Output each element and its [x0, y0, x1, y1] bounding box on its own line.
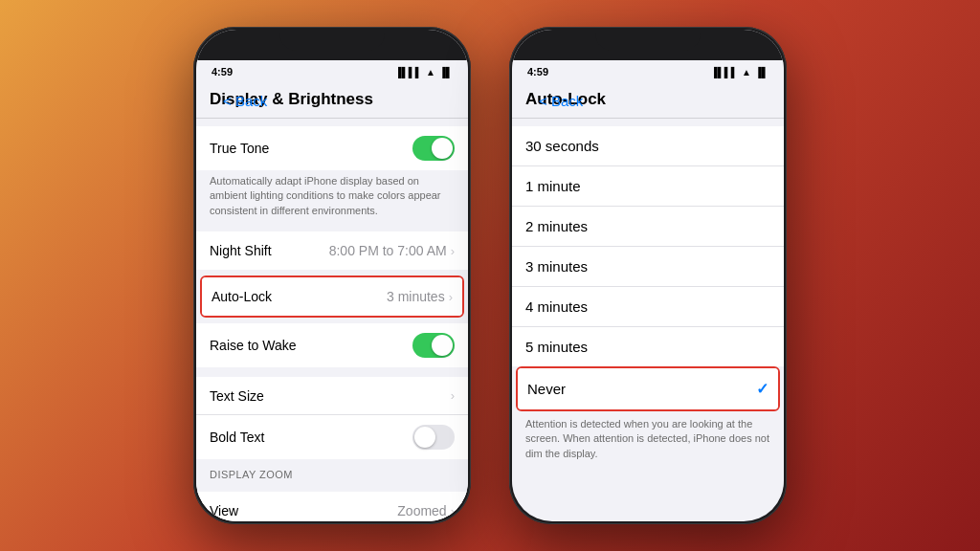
section-raise-wake: Raise to Wake — [196, 323, 468, 367]
autolock-desc: Attention is detected when you are looki… — [512, 411, 784, 469]
raise-wake-label: Raise to Wake — [210, 338, 297, 353]
view-chevron: › — [451, 504, 455, 518]
view-row[interactable]: View Zoomed › — [196, 492, 468, 521]
status-icons-2: ▐▌▌▌ ▲ ▐▌ — [711, 67, 768, 77]
phone-auto-lock: 4:59 ▐▌▌▌ ▲ ▐▌ < Back Auto-Lock 30 secon… — [509, 27, 787, 524]
back-button-2[interactable]: < Back — [539, 93, 583, 109]
nav-bar-2: < Back Auto-Lock — [512, 81, 784, 119]
autolock-2m[interactable]: 2 minutes — [512, 207, 784, 247]
bold-text-toggle[interactable] — [412, 425, 455, 450]
text-size-value: › — [451, 388, 455, 403]
view-label: View — [210, 503, 238, 518]
time-1: 4:59 — [212, 66, 233, 77]
night-shift-chevron: › — [451, 244, 455, 258]
time-2: 4:59 — [527, 66, 548, 77]
text-size-row[interactable]: Text Size › — [196, 377, 468, 415]
back-button-1[interactable]: < Back — [223, 93, 267, 109]
status-icons-1: ▐▌▌▌ ▲ ▐▌ — [395, 67, 453, 77]
true-tone-toggle[interactable] — [412, 136, 455, 161]
auto-lock-label: Auto-Lock — [212, 289, 272, 304]
auto-lock-highlight: Auto-Lock 3 minutes › — [200, 276, 464, 318]
view-value: Zoomed › — [397, 503, 455, 518]
bold-text-row[interactable]: Bold Text — [196, 415, 468, 459]
autolock-1m[interactable]: 1 minute — [512, 166, 784, 207]
true-tone-row[interactable]: True Tone — [196, 126, 468, 170]
true-tone-label: True Tone — [210, 141, 269, 156]
night-shift-label: Night Shift — [210, 243, 272, 258]
autolock-scroll: 30 seconds 1 minute 2 minutes 3 minutes … — [512, 119, 784, 469]
true-tone-desc: Automatically adapt iPhone display based… — [196, 170, 468, 224]
status-bar-2: 4:59 ▐▌▌▌ ▲ ▐▌ — [512, 60, 784, 81]
autolock-4m[interactable]: 4 minutes — [512, 287, 784, 327]
autolock-list: 30 seconds 1 minute 2 minutes 3 minutes … — [512, 126, 784, 366]
auto-lock-row[interactable]: Auto-Lock 3 minutes › — [202, 277, 462, 316]
night-shift-value: 8:00 PM to 7:00 AM › — [329, 243, 455, 258]
section-text: Text Size › Bold Text — [196, 377, 468, 459]
status-bar-1: 4:59 ▐▌▌▌ ▲ ▐▌ — [196, 60, 468, 81]
battery-icon: ▐▌ — [439, 67, 453, 77]
bold-text-label: Bold Text — [210, 430, 264, 445]
autolock-never-label: Never — [527, 381, 566, 397]
phone-display-brightness: 4:59 ▐▌▌▌ ▲ ▐▌ < Back Display & Brightne… — [193, 27, 471, 524]
autolock-3m[interactable]: 3 minutes — [512, 247, 784, 287]
autolock-30s[interactable]: 30 seconds — [512, 126, 784, 166]
text-size-label: Text Size — [210, 388, 264, 404]
signal-icon: ▐▌▌▌ — [395, 67, 422, 77]
text-size-chevron: › — [451, 388, 455, 403]
settings-scroll-1: True Tone Automatically adapt iPhone dis… — [196, 119, 468, 521]
battery-icon-2: ▐▌ — [755, 67, 768, 77]
display-zoom-header: DISPLAY ZOOM — [196, 459, 468, 484]
auto-lock-value: 3 minutes › — [387, 289, 453, 304]
section-display-zoom: View Zoomed › — [196, 492, 468, 521]
wifi-icon-2: ▲ — [742, 67, 751, 77]
autolock-5m[interactable]: 5 minutes — [512, 327, 784, 366]
checkmark-icon: ✓ — [756, 380, 768, 398]
nav-bar-1: < Back Display & Brightness — [196, 81, 468, 119]
night-shift-row[interactable]: Night Shift 8:00 PM to 7:00 AM › — [196, 231, 468, 270]
autolock-never-highlight: Never ✓ — [516, 366, 780, 411]
raise-wake-row[interactable]: Raise to Wake — [196, 323, 468, 367]
section-night-shift: Night Shift 8:00 PM to 7:00 AM › — [196, 231, 468, 270]
raise-wake-toggle[interactable] — [412, 333, 455, 358]
wifi-icon: ▲ — [426, 67, 435, 77]
section-true-tone: True Tone — [196, 126, 468, 170]
signal-icon-2: ▐▌▌▌ — [711, 67, 738, 77]
auto-lock-chevron: › — [449, 290, 453, 304]
autolock-never-row[interactable]: Never ✓ — [518, 368, 778, 409]
